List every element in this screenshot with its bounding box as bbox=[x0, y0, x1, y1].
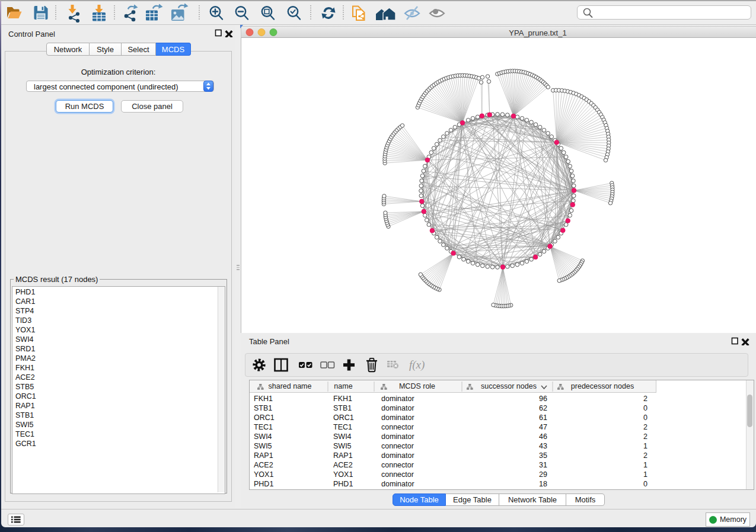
svg-text:f(x): f(x) bbox=[409, 358, 425, 371]
